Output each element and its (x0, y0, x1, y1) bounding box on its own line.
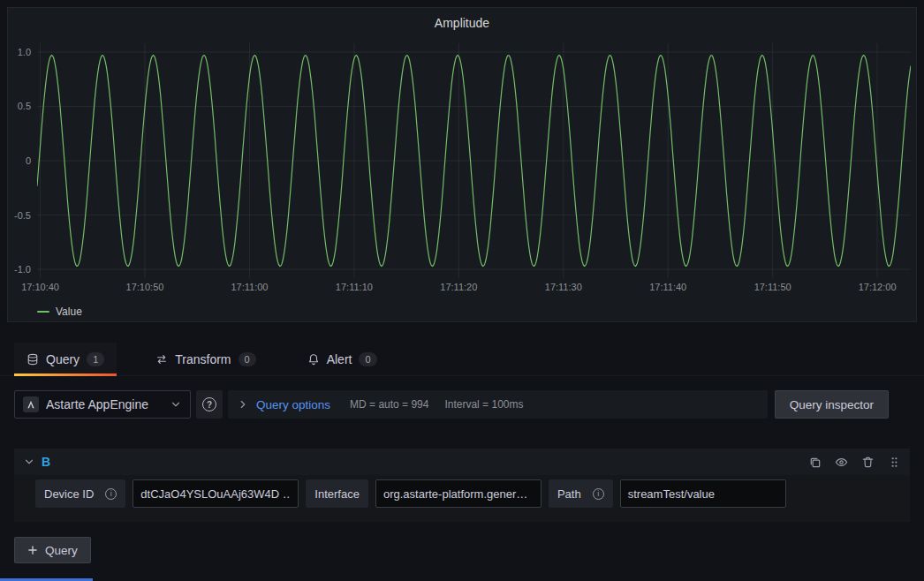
max-data-points-summary: MD = auto = 994 (350, 398, 428, 411)
x-tick-label: 17:11:10 (336, 282, 373, 292)
query-editor-fields: Device ID i Interface Path i (35, 479, 786, 508)
path-label: Path i (549, 479, 613, 508)
legend-series-label: Value (56, 306, 82, 318)
query-inspector-label: Query inspector (790, 398, 874, 411)
x-tick-label: 17:11:20 (440, 282, 477, 292)
transform-icon (155, 353, 168, 366)
add-query-button[interactable]: Query (14, 537, 91, 563)
x-tick-label: 17:10:50 (126, 282, 164, 292)
tab-transform-count: 0 (239, 352, 256, 366)
tab-transform[interactable]: Transform 0 (143, 343, 268, 376)
datasource-picker[interactable]: Astarte AppEngine (14, 390, 191, 419)
bell-icon (307, 353, 320, 366)
x-tick-label: 17:11:50 (754, 282, 791, 292)
tab-query-label: Query (46, 352, 80, 366)
add-query-label: Query (45, 544, 78, 557)
astarte-logo (23, 396, 39, 412)
legend-item-value[interactable]: Value (37, 305, 82, 319)
query-ref-id: B (42, 455, 50, 469)
tab-alert[interactable]: Alert 0 (295, 343, 390, 376)
query-inspector-button[interactable]: Query inspector (775, 390, 889, 419)
interface-label: Interface (306, 479, 368, 508)
chevron-down-icon (23, 456, 35, 468)
tab-alert-count: 0 (359, 352, 376, 366)
x-tick-label: 17:11:30 (545, 282, 582, 292)
datasource-row: Astarte AppEngine ? Query options MD = a… (14, 390, 889, 419)
path-input[interactable] (620, 479, 786, 508)
plus-icon (27, 545, 38, 555)
x-tick-label: 17:10:40 (21, 282, 59, 292)
chevron-down-icon (170, 398, 182, 411)
disable-query-eye-icon[interactable] (835, 456, 848, 469)
time-series-plot[interactable] (37, 43, 911, 278)
y-tick-label: -0.5 (14, 210, 31, 221)
tab-query[interactable]: Query 1 (14, 343, 117, 376)
y-axis: 1.00.50-0.5-1.0 (8, 43, 34, 278)
query-row-header: B (14, 449, 910, 475)
tab-query-count: 1 (87, 352, 104, 366)
panel-title: Amplitude (8, 16, 916, 30)
tab-alert-label: Alert (327, 352, 352, 366)
device-id-input[interactable] (133, 479, 299, 508)
interval-summary: Interval = 100ms (444, 398, 523, 411)
info-icon[interactable]: i (105, 488, 117, 500)
database-icon (27, 353, 39, 366)
device-id-label: Device ID i (35, 479, 125, 508)
datasource-help-button[interactable]: ? (196, 390, 223, 419)
legend-series-swatch (37, 311, 49, 313)
datasource-name: Astarte AppEngine (46, 397, 163, 411)
y-tick-label: -1.0 (14, 264, 31, 275)
x-tick-label: 17:12:00 (859, 282, 897, 292)
help-icon: ? (202, 397, 216, 411)
delete-query-trash-icon[interactable] (861, 456, 875, 469)
chart-panel: Amplitude 1.00.50-0.5-1.0 17:10:4017:10:… (7, 7, 917, 322)
drag-handle-icon[interactable] (888, 456, 901, 469)
x-tick-label: 17:11:00 (231, 282, 268, 292)
duplicate-query-icon[interactable] (808, 456, 822, 469)
editor-tabs-bar: Query 1 Transform 0 Alert 0 (0, 343, 924, 376)
x-axis: 17:10:4017:10:5017:11:0017:11:1017:11:20… (37, 282, 911, 294)
interface-input[interactable] (375, 479, 542, 508)
query-row-collapse[interactable]: B (23, 455, 50, 469)
x-tick-label: 17:11:40 (649, 282, 686, 292)
y-tick-label: 0 (26, 155, 31, 166)
tab-transform-label: Transform (175, 352, 231, 366)
grafana-panel-editor: Amplitude 1.00.50-0.5-1.0 17:10:4017:10:… (0, 0, 924, 581)
y-tick-label: 0.5 (18, 101, 31, 111)
query-options-label: Query options (256, 398, 330, 411)
query-options-header[interactable]: Query options MD = auto = 994 Interval =… (228, 390, 768, 419)
chevron-right-icon (237, 398, 249, 411)
info-icon[interactable]: i (593, 488, 604, 500)
y-tick-label: 1.0 (18, 47, 31, 57)
